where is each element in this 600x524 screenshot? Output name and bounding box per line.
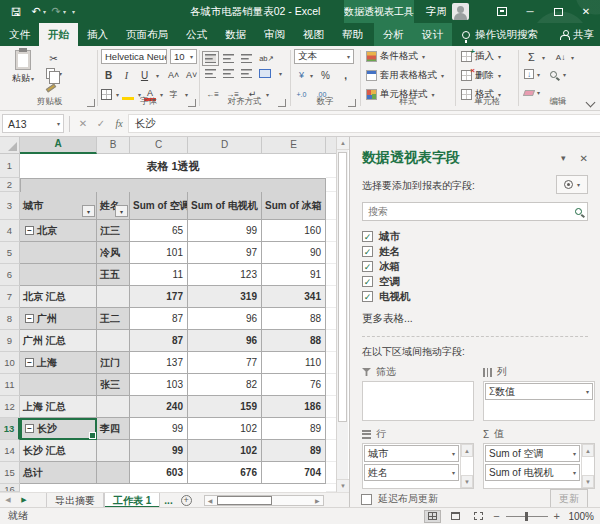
more-sheets-indicator[interactable]: ... (160, 495, 176, 506)
cell-e10[interactable]: 110 (262, 352, 326, 374)
cell-e8[interactable]: 88 (262, 308, 326, 330)
field-dropdown-icon[interactable]: ▾ (452, 469, 455, 476)
cell-a5[interactable] (20, 242, 97, 264)
cell-b14[interactable] (97, 440, 130, 462)
font-size-combo[interactable]: 10▾ (170, 49, 197, 64)
next-sheet-icon[interactable]: ▶ (16, 496, 32, 504)
cell-b5[interactable]: 冷风 (97, 242, 130, 264)
cell-e11[interactable]: 76 (262, 374, 326, 396)
field-item-姓名[interactable]: ✓姓名 (362, 244, 588, 259)
area-field-Sum of 电视机[interactable]: Sum of 电视机▾ (485, 464, 580, 481)
cell-e14[interactable]: 89 (262, 440, 326, 462)
collapse-icon[interactable]: − (25, 314, 34, 323)
pivot-header-fridge[interactable]: Sum of 冰箱 (262, 192, 326, 220)
minimize-icon[interactable]: ─ (516, 0, 544, 23)
row-header-6[interactable]: 6 (0, 264, 20, 286)
cell-a10[interactable]: −上海 (20, 352, 97, 374)
cell-b4[interactable]: 江三 (97, 220, 130, 242)
field-checkbox[interactable]: ✓ (362, 291, 373, 302)
maximize-icon[interactable] (544, 0, 572, 23)
cell-d5[interactable]: 97 (188, 242, 262, 264)
cell-c5[interactable]: 101 (130, 242, 188, 264)
column-header-d[interactable]: D (188, 137, 262, 154)
cell-d8[interactable]: 96 (188, 308, 262, 330)
format-as-table-button[interactable]: 套用表格格式▾ (366, 69, 444, 82)
cell-a14[interactable]: 长沙 汇总 (20, 440, 97, 462)
cell-d9[interactable]: 96 (188, 330, 262, 352)
cell-c14[interactable]: 99 (130, 440, 188, 462)
cancel-entry-icon[interactable]: ✕ (74, 115, 92, 133)
area-field-Sum of 空调[interactable]: Sum of 空调▾ (485, 445, 580, 462)
cell-b15[interactable] (97, 462, 130, 484)
field-checkbox[interactable]: ✓ (362, 246, 373, 257)
well-scrollbar[interactable]: ▲▼ (581, 444, 594, 488)
cell-b6[interactable]: 王五 (97, 264, 130, 286)
scroll-down-icon[interactable]: ▼ (337, 479, 349, 492)
fill-icon[interactable]: ↓ (524, 69, 534, 79)
cell-a15[interactable]: 总计 (20, 462, 97, 484)
cell-e7[interactable]: 341 (262, 286, 326, 308)
page-break-view-icon[interactable] (470, 510, 487, 523)
scroll-left-icon[interactable]: ◀ (208, 497, 213, 504)
column-header-b[interactable]: B (97, 137, 130, 154)
font-name-combo[interactable]: Helvetica Neue▾ (101, 49, 167, 64)
pivot-header-ac[interactable]: Sum of 空调 (130, 192, 188, 220)
cell-e9[interactable]: 88 (262, 330, 326, 352)
tab-file[interactable]: 文件 (0, 23, 39, 46)
tab-分析[interactable]: 分析 (374, 23, 413, 46)
pivot-title-cell[interactable]: 表格 1透视 (20, 154, 326, 178)
cell-c8[interactable]: 87 (130, 308, 188, 330)
cell-e15[interactable]: 704 (262, 462, 326, 484)
find-select-icon[interactable] (550, 71, 557, 78)
column-header-a[interactable]: A (20, 137, 97, 154)
field-search-input[interactable]: 搜索 (362, 202, 588, 221)
sheet-tab-导出摘要[interactable]: 导出摘要 (46, 493, 104, 508)
pivot-header-tv[interactable]: Sum of 电视机 (188, 192, 262, 220)
accounting-format-icon[interactable] (294, 68, 309, 82)
row-header-4[interactable]: 4 (0, 220, 20, 242)
row-header-1[interactable]: 1 (0, 154, 20, 178)
cell-c10[interactable]: 137 (130, 352, 188, 374)
update-button[interactable]: 更新 (550, 489, 588, 509)
clipboard-dialog-launcher-icon[interactable] (87, 99, 95, 107)
cell-d10[interactable]: 77 (188, 352, 262, 374)
sheet-tab-工作表 1[interactable]: 工作表 1 (104, 493, 160, 508)
row-header-12[interactable]: 12 (0, 396, 20, 418)
user-account[interactable]: 字周 (426, 0, 469, 23)
columns-well[interactable]: 数值▾ (483, 381, 595, 421)
cell-b7[interactable] (97, 286, 130, 308)
name-box[interactable]: A13▾ (2, 114, 64, 133)
sort-filter-icon[interactable] (553, 50, 568, 64)
share-button[interactable]: 共享 (560, 23, 594, 46)
filter-dropdown-icon[interactable]: ▾ (115, 205, 128, 217)
vertical-scroll-thumb[interactable] (338, 152, 347, 422)
cell-d15[interactable]: 676 (188, 462, 262, 484)
cell-c9[interactable]: 87 (130, 330, 188, 352)
scroll-right-icon[interactable]: ▶ (315, 497, 320, 504)
cell-c4[interactable]: 65 (130, 220, 188, 242)
close-icon[interactable]: ✕ (572, 0, 600, 23)
cell-a9[interactable]: 广州 汇总 (20, 330, 97, 352)
field-dropdown-icon[interactable]: ▾ (573, 469, 576, 476)
center-button[interactable] (223, 69, 234, 78)
enter-entry-icon[interactable]: ✓ (92, 115, 110, 133)
cell-b10[interactable]: 江门 (97, 352, 130, 374)
cell-a8[interactable]: −广州 (20, 308, 97, 330)
cell-d7[interactable]: 319 (188, 286, 262, 308)
row-header-2[interactable]: 2 (0, 178, 20, 192)
cell-a4[interactable]: −北京 (20, 220, 97, 242)
cell-a6[interactable] (20, 264, 97, 286)
underline-button[interactable] (137, 68, 152, 82)
scroll-up-icon[interactable]: ▲ (337, 137, 349, 150)
format-painter-icon[interactable] (46, 83, 56, 92)
vertical-scrollbar[interactable]: ▲ ▼ (336, 137, 348, 492)
cell-d13[interactable]: 102 (188, 418, 262, 440)
row-header-9[interactable]: 9 (0, 330, 20, 352)
pivot-header-name[interactable]: 姓名▾ (97, 192, 130, 220)
field-item-电视机[interactable]: ✓电视机 (362, 289, 588, 304)
select-all-corner[interactable] (0, 137, 20, 154)
well-scroll-down-icon[interactable]: ▼ (582, 475, 594, 488)
align-right-button[interactable] (241, 69, 252, 78)
cell-b12[interactable] (97, 396, 130, 418)
well-scroll-down-icon[interactable]: ▼ (461, 475, 473, 488)
